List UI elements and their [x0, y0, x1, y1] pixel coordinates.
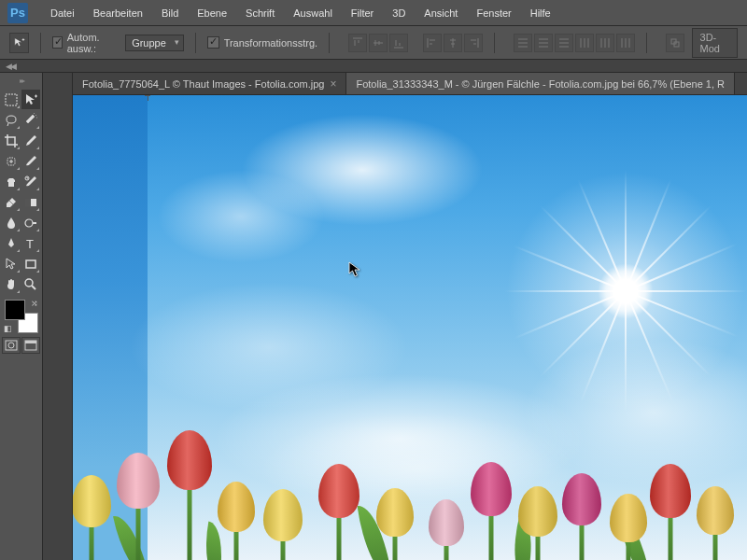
- swap-colors-icon[interactable]: ⤭: [31, 299, 38, 308]
- quick-mask-toggle[interactable]: [2, 337, 21, 354]
- app-logo[interactable]: Ps: [7, 3, 28, 23]
- crop-tool[interactable]: [2, 131, 21, 150]
- align-hcenter-icon[interactable]: [444, 34, 462, 52]
- align-group-2: [423, 34, 483, 52]
- gradient-tool[interactable]: [21, 192, 40, 212]
- color-swatches[interactable]: ⤭ ◧: [5, 300, 38, 333]
- transform-checkbox[interactable]: [207, 36, 219, 49]
- distribute-group: [514, 34, 635, 52]
- distribute-vcenter-icon[interactable]: [534, 34, 553, 52]
- align-vcenter-icon[interactable]: [369, 34, 388, 52]
- tab-label: Fotolia_7775064_L © Thaut Images - Fotol…: [82, 78, 324, 90]
- blur-tool[interactable]: [2, 213, 21, 232]
- pen-tool[interactable]: [2, 233, 21, 253]
- distribute-right-icon[interactable]: [616, 34, 635, 52]
- auto-select-checkbox[interactable]: [52, 36, 63, 49]
- align-left-icon[interactable]: [423, 34, 442, 52]
- align-right-icon[interactable]: [464, 34, 483, 52]
- panel-collapse-strip[interactable]: ◀◀: [0, 60, 747, 73]
- auto-select-option[interactable]: Autom. ausw.:: [52, 32, 118, 54]
- distribute-left-icon[interactable]: [575, 34, 594, 52]
- clone-stamp-tool[interactable]: [2, 172, 21, 191]
- path-selection-tool[interactable]: [2, 254, 21, 273]
- tab-label: Fotolia_31333343_M - © Jürgen Fälchle - …: [356, 78, 725, 90]
- menu-image[interactable]: Bild: [152, 4, 188, 22]
- menu-file[interactable]: Datei: [41, 4, 84, 22]
- move-tool[interactable]: [21, 90, 40, 109]
- distribute-hcenter-icon[interactable]: [596, 34, 614, 52]
- svg-rect-2: [6, 94, 17, 105]
- document-area: Fotolia_7775064_L © Thaut Images - Fotol…: [73, 73, 747, 560]
- history-brush-tool[interactable]: [21, 172, 40, 191]
- svg-point-7: [25, 219, 33, 227]
- tab-close-icon[interactable]: ×: [330, 77, 336, 91]
- zoom-tool[interactable]: [21, 274, 40, 294]
- divider: [329, 33, 330, 53]
- canvas[interactable]: [73, 95, 747, 560]
- auto-select-mode-dropdown[interactable]: Gruppe: [125, 35, 184, 51]
- divider: [646, 33, 647, 53]
- dodge-tool[interactable]: [21, 213, 40, 232]
- options-bar: Autom. ausw.: Gruppe Transformationsstrg…: [0, 26, 747, 60]
- transform-controls-option[interactable]: Transformationsstrg.: [207, 36, 317, 49]
- align-top-icon[interactable]: [348, 34, 367, 52]
- svg-rect-14: [25, 341, 36, 343]
- rectangle-tool[interactable]: [21, 254, 40, 273]
- align-group-1: [348, 34, 408, 52]
- tools-dock-handle[interactable]: ▸▸: [2, 77, 40, 86]
- document-tabs: Fotolia_7775064_L © Thaut Images - Fotol…: [73, 73, 747, 95]
- mode-3d-button[interactable]: 3D-Mod: [692, 28, 738, 58]
- screen-mode-toggle[interactable]: [21, 337, 40, 354]
- lasso-tool[interactable]: [2, 110, 21, 130]
- menu-filter[interactable]: Filter: [342, 4, 383, 22]
- transform-label: Transformationsstrg.: [224, 37, 317, 49]
- divider: [40, 33, 41, 53]
- svg-point-12: [8, 343, 14, 348]
- menu-3d[interactable]: 3D: [383, 4, 415, 22]
- tools-panel: ▸▸ T: [0, 73, 43, 560]
- arrange-group: [666, 34, 684, 52]
- eraser-tool[interactable]: [2, 192, 21, 212]
- distribute-bottom-icon[interactable]: [555, 34, 573, 52]
- menu-select[interactable]: Auswahl: [284, 4, 342, 22]
- collapse-arrows-icon: ◀◀: [6, 62, 15, 71]
- menu-help[interactable]: Hilfe: [521, 4, 560, 22]
- svg-rect-9: [26, 260, 35, 268]
- doc-gutter: [43, 73, 73, 560]
- menu-view[interactable]: Ansicht: [415, 4, 467, 22]
- menu-bar: Ps Datei Bearbeiten Bild Ebene Schrift A…: [0, 0, 747, 26]
- document-tab[interactable]: Fotolia_31333343_M - © Jürgen Fälchle - …: [346, 73, 735, 94]
- magic-wand-tool[interactable]: [21, 110, 40, 130]
- arrange-icon[interactable]: [666, 34, 684, 52]
- default-colors-icon[interactable]: ◧: [4, 324, 12, 333]
- tulips-graphic: [73, 411, 747, 560]
- brush-tool[interactable]: [21, 151, 40, 171]
- eyedropper-tool[interactable]: [21, 131, 40, 150]
- healing-brush-tool[interactable]: [2, 151, 21, 171]
- menu-type[interactable]: Schrift: [236, 4, 284, 22]
- foreground-color[interactable]: [5, 300, 25, 320]
- menu-edit[interactable]: Bearbeiten: [84, 4, 152, 22]
- marquee-tool[interactable]: [2, 90, 21, 109]
- divider: [195, 33, 196, 53]
- menu-window[interactable]: Fenster: [467, 4, 520, 22]
- document-tab[interactable]: Fotolia_7775064_L © Thaut Images - Fotol…: [73, 73, 346, 94]
- type-tool[interactable]: T: [21, 233, 40, 253]
- svg-text:T: T: [26, 237, 34, 251]
- divider: [494, 33, 495, 53]
- svg-point-10: [25, 279, 33, 287]
- current-tool-icon[interactable]: [9, 33, 29, 53]
- hand-tool[interactable]: [2, 274, 21, 294]
- distribute-top-icon[interactable]: [514, 34, 532, 52]
- align-bottom-icon[interactable]: [389, 34, 408, 52]
- auto-select-label: Autom. ausw.:: [67, 32, 118, 54]
- menu-layer[interactable]: Ebene: [188, 4, 236, 22]
- svg-rect-6: [25, 199, 31, 206]
